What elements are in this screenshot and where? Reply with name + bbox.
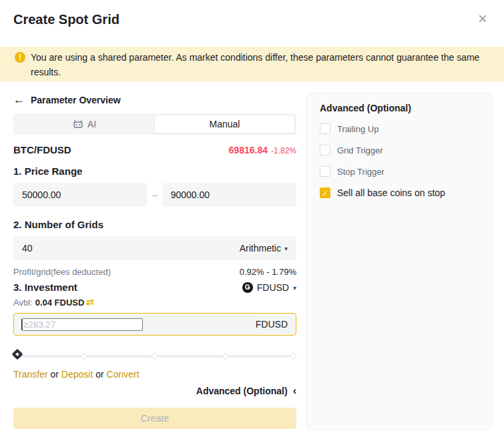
convert-link[interactable]: Convert <box>107 369 140 380</box>
investment-row: 3. Investment Ǥ FDUSD ▾ <box>13 281 296 294</box>
advanced-panel-title: Advanced (Optional) <box>320 103 479 113</box>
lower-price-input[interactable] <box>22 189 139 200</box>
sell-all-base-label: Sell all base coins on stop <box>337 187 445 198</box>
trailing-up-label: Trailing Up <box>337 124 379 134</box>
profit-row: Profit/grid(fees deducted) 0.92% - 1.79% <box>13 267 296 278</box>
avbl-label: Avbl: <box>13 298 33 308</box>
create-button[interactable]: Create <box>13 408 296 429</box>
parameter-overview-back[interactable]: ← Parameter Overview <box>13 93 296 107</box>
price-range-inputs: – <box>13 183 296 207</box>
checkbox-row-trailing-up[interactable]: Trailing Up <box>320 123 479 135</box>
investment-amount-field[interactable]: FDUSD <box>13 313 296 336</box>
grid-mode-value: Arithmetic <box>240 243 281 254</box>
close-icon[interactable]: × <box>475 11 491 27</box>
stop-trigger-checkbox[interactable] <box>320 166 330 177</box>
checkbox-row-sell-all-base[interactable]: ✓ Sell all base coins on stop <box>320 187 479 199</box>
grid-count-input[interactable] <box>22 243 182 254</box>
robot-icon <box>73 119 83 129</box>
grid-count-field[interactable]: Arithmetic ▾ <box>13 236 296 260</box>
tab-manual[interactable]: Manual <box>154 115 295 133</box>
chevron-left-icon: ‹ <box>293 386 296 396</box>
warning-icon: ! <box>15 52 25 63</box>
avbl-value: 0.04 FDUSD <box>35 298 85 308</box>
investment-amount-input[interactable] <box>22 318 143 331</box>
checkbox-row-grid-trigger[interactable]: Grid Trigger <box>320 144 479 156</box>
available-balance-row: Avbl: 0.04 FDUSD ⇄ <box>13 296 296 308</box>
grids-heading: 2. Number of Grids <box>13 219 296 231</box>
slider-marker-75[interactable] <box>222 352 229 360</box>
checkbox-row-stop-trigger[interactable]: Stop Trigger <box>320 165 479 177</box>
or-text: or <box>51 369 59 380</box>
transfer-link[interactable]: Transfer <box>13 369 48 380</box>
pair-change-percent: -1.82% <box>271 146 296 155</box>
advanced-toggle-label: Advanced (Optional) <box>196 386 288 396</box>
back-label: Parameter Overview <box>31 95 121 105</box>
funding-links: Transfer or Deposit or Convert <box>13 369 296 380</box>
grid-trigger-checkbox[interactable] <box>320 145 330 155</box>
slider-marker-25[interactable] <box>80 352 87 360</box>
slider-handle[interactable] <box>12 349 23 360</box>
fdusd-coin-icon: Ǥ <box>242 282 253 293</box>
upper-price-input[interactable] <box>171 189 288 200</box>
upper-price-field[interactable] <box>162 183 296 207</box>
coin-selector-dropdown[interactable]: Ǥ FDUSD ▾ <box>242 282 296 293</box>
advanced-optional-toggle[interactable]: Advanced (Optional) ‹ <box>13 385 296 397</box>
tab-manual-label: Manual <box>210 119 240 129</box>
sell-all-base-checkbox[interactable]: ✓ <box>320 187 330 198</box>
price-range-heading: 1. Price Range <box>13 165 296 177</box>
shared-parameter-warning-banner: ! You are using a shared parameter. As m… <box>0 47 504 81</box>
stop-trigger-label: Stop Trigger <box>337 167 385 177</box>
investment-input-suffix: FDUSD <box>250 319 288 330</box>
grid-mode-dropdown[interactable]: Arithmetic ▾ <box>240 243 288 254</box>
or-text: or <box>95 369 103 380</box>
page-title: Create Spot Grid <box>13 12 119 27</box>
slider-marker-100[interactable] <box>289 352 296 360</box>
chevron-down-icon: ▾ <box>284 245 288 252</box>
coin-selector-value: FDUSD <box>257 282 289 293</box>
mode-tabs: AI Manual <box>13 113 296 135</box>
pair-last-price: 69816.84 <box>229 145 268 155</box>
deposit-link[interactable]: Deposit <box>61 369 93 380</box>
range-separator: – <box>152 190 157 200</box>
tab-ai-label: AI <box>87 119 96 129</box>
investment-heading: 3. Investment <box>13 282 77 294</box>
profit-value: 0.92% - 1.79% <box>240 267 296 277</box>
lower-price-field[interactable] <box>13 183 148 207</box>
advanced-options-panel: Advanced (Optional) Trailing Up Grid Tri… <box>306 93 493 430</box>
pair-row: BTC/FDUSD 69816.84 -1.82% <box>13 144 296 157</box>
profit-label: Profit/grid(fees deducted) <box>13 267 111 277</box>
parameter-form: ← Parameter Overview AI Manual <box>13 88 296 429</box>
create-spot-grid-modal: Create Spot Grid × ! You are using a sha… <box>0 0 504 443</box>
investment-percent-slider[interactable] <box>13 349 296 364</box>
trailing-up-checkbox[interactable] <box>320 123 330 134</box>
chevron-down-icon: ▾ <box>293 284 296 292</box>
swap-icon[interactable]: ⇄ <box>85 297 94 308</box>
back-arrow-icon[interactable]: ← <box>13 93 25 107</box>
warning-text: You are using a shared parameter. As mar… <box>31 50 485 79</box>
slider-marker-50[interactable] <box>151 352 158 360</box>
text-caret <box>21 319 22 330</box>
tab-ai[interactable]: AI <box>15 115 154 133</box>
grid-trigger-label: Grid Trigger <box>337 145 383 155</box>
pair-symbol: BTC/FDUSD <box>13 144 71 155</box>
